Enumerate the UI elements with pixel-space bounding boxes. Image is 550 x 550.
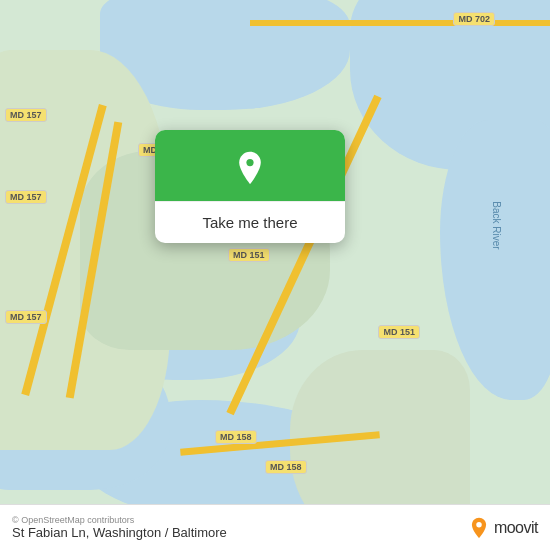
location-pin-icon — [232, 150, 268, 186]
back-river-label: Back River — [490, 201, 501, 249]
road-label-md157-2: MD 157 — [5, 190, 47, 204]
road-label-md157-1: MD 157 — [5, 108, 47, 122]
svg-point-0 — [246, 159, 253, 166]
popup-card: Take me there — [155, 130, 345, 243]
bottom-bar: © OpenStreetMap contributors St Fabian L… — [0, 504, 550, 550]
take-me-there-label: Take me there — [202, 214, 297, 231]
location-name: St Fabian Ln, Washington / Baltimore — [12, 525, 227, 540]
road-label-md151-2: MD 151 — [378, 325, 420, 339]
take-me-there-button[interactable]: Take me there — [155, 201, 345, 243]
osm-attribution: © OpenStreetMap contributors — [12, 515, 227, 525]
popup-header — [155, 130, 345, 201]
location-info: © OpenStreetMap contributors St Fabian L… — [12, 515, 227, 540]
road-top — [250, 20, 550, 26]
svg-point-1 — [476, 522, 482, 528]
moovit-pin-icon — [468, 517, 490, 539]
road-label-md158-2: MD 158 — [265, 460, 307, 474]
map-container: MD 702 MD 157 MD 157 MD 157 MD MD 151 MD… — [0, 0, 550, 550]
moovit-logo: moovit — [468, 517, 538, 539]
moovit-brand-text: moovit — [494, 519, 538, 537]
road-label-md157-3: MD 157 — [5, 310, 47, 324]
road-label-md151-1: MD 151 — [228, 248, 270, 262]
road-label-md702: MD 702 — [453, 12, 495, 26]
road-label-md158-1: MD 158 — [215, 430, 257, 444]
